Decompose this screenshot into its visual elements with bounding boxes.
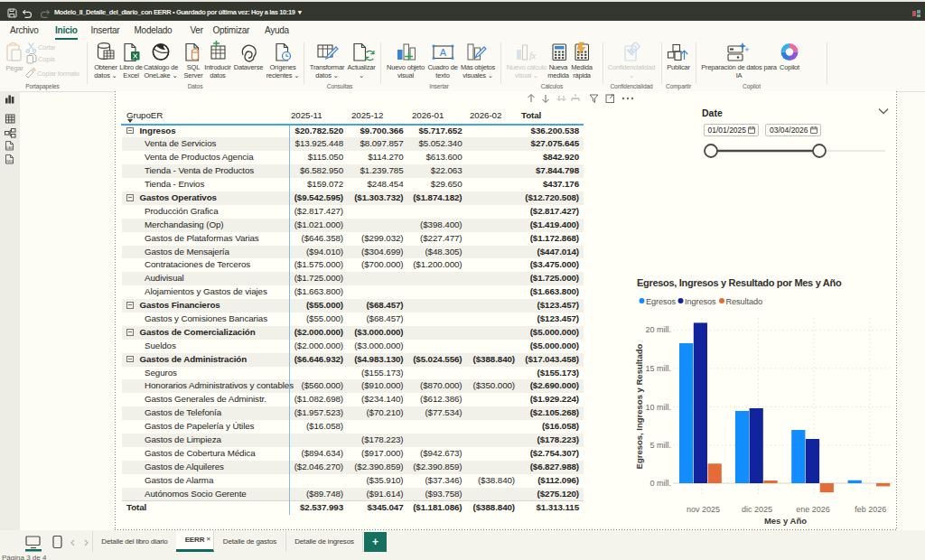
- svg-text:fx: fx: [529, 51, 537, 61]
- svg-text:feb 2026: feb 2026: [855, 505, 886, 514]
- svg-text:Mes y Año: Mes y Año: [764, 516, 807, 526]
- svg-text:5 mill.: 5 mill.: [649, 441, 671, 450]
- svg-text:Egresos, Ingresos y Resultado: Egresos, Ingresos y Resultado por Mes y …: [637, 277, 842, 288]
- svg-text:Egresos: Egresos: [646, 297, 677, 306]
- svg-text:0 mill.: 0 mill.: [649, 479, 671, 488]
- svg-text:Ingresos: Ingresos: [685, 297, 716, 306]
- svg-text:A: A: [440, 47, 447, 58]
- svg-text:Resultado: Resultado: [726, 297, 762, 306]
- svg-text:nov 2025: nov 2025: [687, 505, 720, 514]
- svg-text:Egresos, Ingresos y Resultado: Egresos, Ingresos y Resultado: [634, 343, 644, 469]
- svg-text:10 mill.: 10 mill.: [645, 403, 671, 412]
- svg-text:TMDL: TMDL: [5, 160, 14, 163]
- svg-text:dic 2025: dic 2025: [742, 505, 772, 514]
- svg-text:15 mill.: 15 mill.: [645, 364, 671, 373]
- svg-text:DAX: DAX: [6, 146, 14, 150]
- svg-text:ene 2026: ene 2026: [796, 505, 830, 514]
- svg-text:20 mill.: 20 mill.: [645, 325, 671, 334]
